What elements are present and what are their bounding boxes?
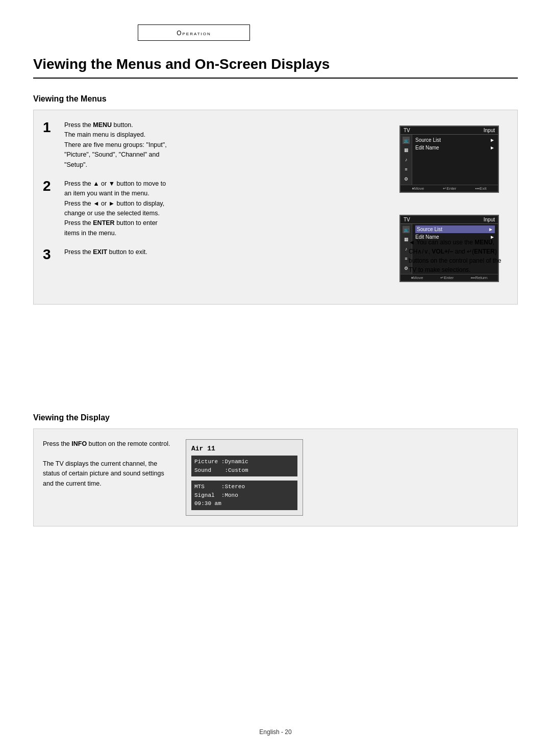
tv-menu-item-editname-1: Edit Name ► <box>415 144 495 152</box>
section-display-title: Viewing the Display <box>33 413 518 422</box>
tv-icons-1: 📺 ▦ ♪ ≡ ⚙ <box>400 135 412 185</box>
step-1-number: 1 <box>43 120 57 135</box>
display-screen: Air 11 Picture :Dynamic Sound :Custom MT… <box>186 439 303 516</box>
display-info-block-1: Picture :Dynamic Sound :Custom <box>191 456 297 476</box>
section-menus-title: Viewing the Menus <box>33 94 518 104</box>
operation-label: Operation <box>177 30 211 37</box>
tv-footer-move-1: ♦Move <box>412 186 424 191</box>
tv-icon-input: 📺 <box>403 137 410 144</box>
page-footer: English - 20 <box>0 728 551 736</box>
tv-menu-label-editname-1: Edit Name <box>415 145 439 150</box>
display-box: Press the INFO button on the remote cont… <box>33 429 518 526</box>
tv-menu-item-sourcelist-2: Source List ► <box>415 225 495 233</box>
tv-menu-arrow-sourcelist-1: ► <box>490 137 495 143</box>
tv-header-left-1: TV <box>404 128 410 133</box>
tv-icon-picture: ▦ <box>403 146 410 154</box>
tv-header-2: TV Input <box>400 216 498 224</box>
tv-header-1: TV Input <box>400 127 498 135</box>
tv-footer-exit-1: ▪▪▪Exit <box>475 186 487 191</box>
step-2-text: Press the ▲ or ▼ button to move to an it… <box>64 179 166 238</box>
tv-menu-label-sourcelist-1: Source List <box>415 137 441 143</box>
section-display: Viewing the Display Press the INFO butto… <box>33 413 518 526</box>
tv-footer-enter-2: ↵Enter <box>440 275 454 280</box>
tv-header-right-1: Input <box>484 128 495 133</box>
tv-icon-sound: ♪ <box>403 156 410 163</box>
tv-footer-move-2: ♦Move <box>411 275 423 280</box>
steps-inner: 1 Press the MENU button. The main menu i… <box>43 120 508 294</box>
step-2-number: 2 <box>43 179 57 193</box>
tv-footer-enter-1: ↵Enter <box>443 186 456 191</box>
section-menus: Viewing the Menus 1 Press the MENU butto… <box>33 94 518 305</box>
tv-footer-2: ♦Move ↵Enter ▪▪▪Return <box>400 274 498 281</box>
page-number: English - 20 <box>259 728 291 736</box>
page-title: Viewing the Menus and On-Screen Displays <box>33 56 518 79</box>
instruction-box: 1 Press the MENU button. The main menu i… <box>33 110 518 305</box>
operation-box: Operation <box>138 24 250 41</box>
step-1-text: Press the MENU button. The main menu is … <box>64 120 167 170</box>
tv-icon-input-2: 📺 <box>403 226 410 233</box>
tv-menu-arrow-editname-1: ► <box>490 145 495 150</box>
display-air-line: Air 11 <box>191 445 297 452</box>
tv-menu-label-sourcelist-2: Source List <box>417 226 442 232</box>
tv-screen-1: TV Input 📺 ▦ ♪ ≡ ⚙ Source List ► <box>399 125 499 193</box>
tv-icon-setup: ⚙ <box>403 175 410 183</box>
tv-menu-item-sourcelist-1: Source List ► <box>415 136 495 144</box>
tv-menu-1: Source List ► Edit Name ► <box>412 135 498 185</box>
tv-footer-return-2: ▪▪▪Return <box>471 275 488 280</box>
tv-header-left-2: TV <box>404 217 410 222</box>
tv-icon-ch: ≡ <box>403 166 410 173</box>
tv-header-right-2: Input <box>484 217 495 222</box>
side-note: ◄ You can also use the MENU, CH∧/∨, VOL+… <box>409 238 508 274</box>
step-3-text: Press the EXIT button to exit. <box>64 247 147 257</box>
display-info-block-2: MTS :Stereo Signal :Mono 09:30 am <box>191 481 297 510</box>
step-3-number: 3 <box>43 247 57 262</box>
display-instructions: Press the INFO button on the remote cont… <box>43 439 176 489</box>
tv-body-1: 📺 ▦ ♪ ≡ ⚙ Source List ► Edit Name <box>400 135 498 185</box>
tv-menu-arrow-sourcelist-2: ► <box>488 226 493 232</box>
tv-footer-1: ♦Move ↵Enter ▪▪▪Exit <box>400 185 498 192</box>
